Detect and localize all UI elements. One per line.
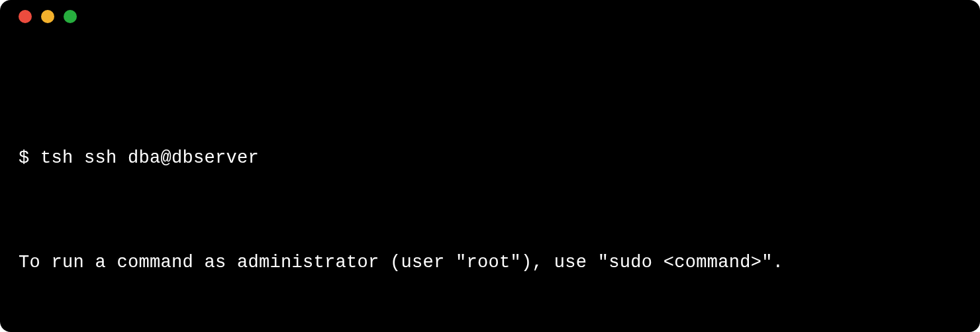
terminal-line: To run a command as administrator (user … (19, 245, 961, 280)
title-bar (0, 0, 980, 33)
minimize-button[interactable] (41, 10, 54, 23)
terminal-line: $ tsh ssh dba@dbserver (19, 141, 961, 176)
close-button[interactable] (19, 10, 32, 23)
terminal-content[interactable]: $ tsh ssh dba@dbserver To run a command … (0, 33, 980, 332)
maximize-button[interactable] (64, 10, 77, 23)
terminal-window: $ tsh ssh dba@dbserver To run a command … (0, 0, 980, 332)
